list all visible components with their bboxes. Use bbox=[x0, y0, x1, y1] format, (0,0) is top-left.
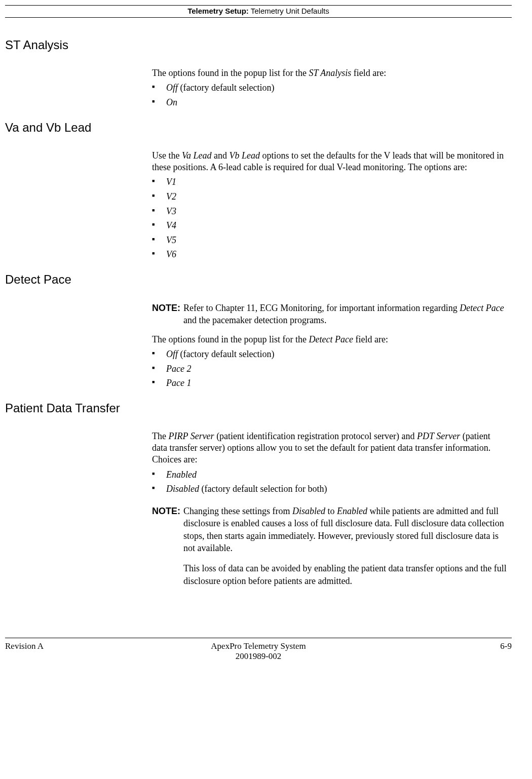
list-item: V4 bbox=[152, 220, 507, 231]
footer-docnum: 2001989-002 bbox=[86, 651, 431, 661]
list-item: Pace 2 bbox=[152, 364, 507, 375]
note-label: NOTE: bbox=[152, 505, 183, 587]
list-item: Disabled (factory default selection for … bbox=[152, 484, 507, 495]
st-options-list: Off (factory default selection) On bbox=[152, 83, 507, 108]
heading-detect-pace: Detect Pace bbox=[5, 272, 512, 287]
footer-revision: Revision A bbox=[5, 641, 86, 661]
list-item: V5 bbox=[152, 235, 507, 246]
heading-patient-data-transfer: Patient Data Transfer bbox=[5, 401, 512, 415]
va-options-list: V1 V2 V3 V4 V5 V6 bbox=[152, 177, 507, 260]
note-label: NOTE: bbox=[152, 302, 183, 327]
list-item: On bbox=[152, 97, 507, 108]
list-item: Enabled bbox=[152, 470, 507, 481]
detect-options-list: Off (factory default selection) Pace 2 P… bbox=[152, 349, 507, 389]
pdt-options-list: Enabled Disabled (factory default select… bbox=[152, 470, 507, 495]
header-title-rest: Telemetry Unit Defaults bbox=[249, 7, 329, 15]
st-intro: The options found in the popup list for … bbox=[152, 67, 507, 79]
list-item: V6 bbox=[152, 249, 507, 260]
header-title-bold: Telemetry Setup: bbox=[187, 7, 249, 15]
heading-st-analysis: ST Analysis bbox=[5, 38, 512, 52]
list-item: Pace 1 bbox=[152, 378, 507, 389]
list-item: V1 bbox=[152, 177, 507, 188]
list-item: Off (factory default selection) bbox=[152, 349, 507, 360]
detect-intro: The options found in the popup list for … bbox=[152, 334, 507, 345]
footer-product: ApexPro Telemetry System bbox=[86, 641, 431, 651]
list-item: V3 bbox=[152, 206, 507, 217]
heading-va-vb-lead: Va and Vb Lead bbox=[5, 121, 512, 135]
list-item: V2 bbox=[152, 191, 507, 203]
list-item: Off (factory default selection) bbox=[152, 83, 507, 94]
pdt-intro: The PIRP Server (patient identification … bbox=[152, 431, 507, 466]
page-header: Telemetry Setup: Telemetry Unit Defaults bbox=[5, 7, 512, 17]
detect-note: NOTE: Refer to Chapter 11, ECG Monitorin… bbox=[152, 302, 507, 327]
pdt-note: NOTE: Changing these settings from Disab… bbox=[152, 505, 507, 587]
footer-page-number: 6-9 bbox=[431, 641, 512, 661]
va-intro: Use the Va Lead and Vb Lead options to s… bbox=[152, 150, 507, 174]
page-footer: Revision A ApexPro Telemetry System 2001… bbox=[5, 638, 512, 661]
